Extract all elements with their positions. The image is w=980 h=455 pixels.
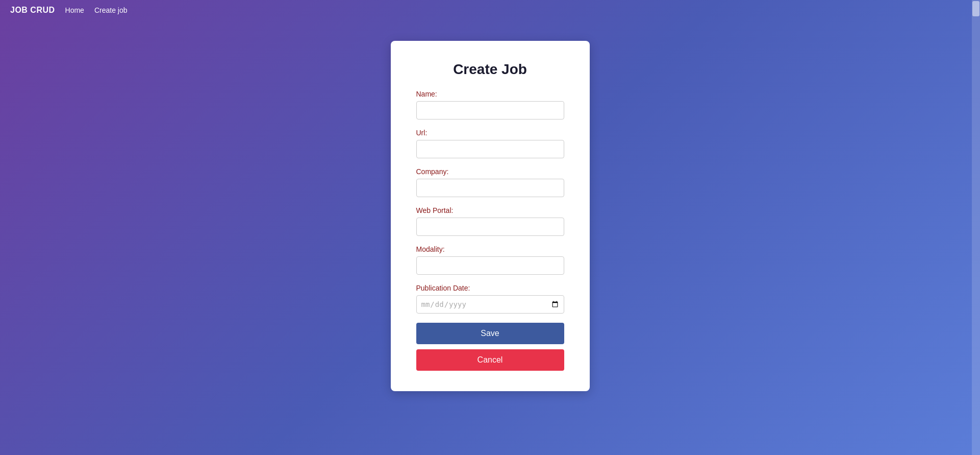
web-portal-field-group: Web Portal: (416, 206, 564, 236)
form-title: Create Job (416, 61, 564, 78)
navbar: JOB CRUD Home Create job (0, 0, 980, 20)
scrollbar-thumb[interactable] (972, 1, 979, 16)
modality-input[interactable] (416, 256, 564, 275)
company-field-group: Company: (416, 167, 564, 197)
name-label: Name: (416, 90, 564, 98)
name-field-group: Name: (416, 90, 564, 119)
modality-field-group: Modality: (416, 245, 564, 275)
navbar-brand[interactable]: JOB CRUD (10, 6, 55, 15)
url-field-group: Url: (416, 129, 564, 158)
web-portal-input[interactable] (416, 218, 564, 236)
create-job-form-card: Create Job Name: Url: Company: Web Porta… (391, 41, 590, 391)
name-input[interactable] (416, 101, 564, 119)
url-input[interactable] (416, 140, 564, 158)
publication-date-label: Publication Date: (416, 284, 564, 292)
web-portal-label: Web Portal: (416, 206, 564, 214)
publication-date-input[interactable] (416, 295, 564, 314)
scrollbar-track[interactable] (972, 0, 980, 455)
company-label: Company: (416, 167, 564, 176)
modality-label: Modality: (416, 245, 564, 253)
cancel-button[interactable]: Cancel (416, 349, 564, 371)
save-button[interactable]: Save (416, 323, 564, 344)
company-input[interactable] (416, 179, 564, 197)
nav-link-home[interactable]: Home (65, 6, 84, 14)
url-label: Url: (416, 129, 564, 137)
nav-link-create-job[interactable]: Create job (94, 6, 128, 14)
publication-date-field-group: Publication Date: (416, 284, 564, 314)
page-body: Create Job Name: Url: Company: Web Porta… (0, 20, 980, 391)
